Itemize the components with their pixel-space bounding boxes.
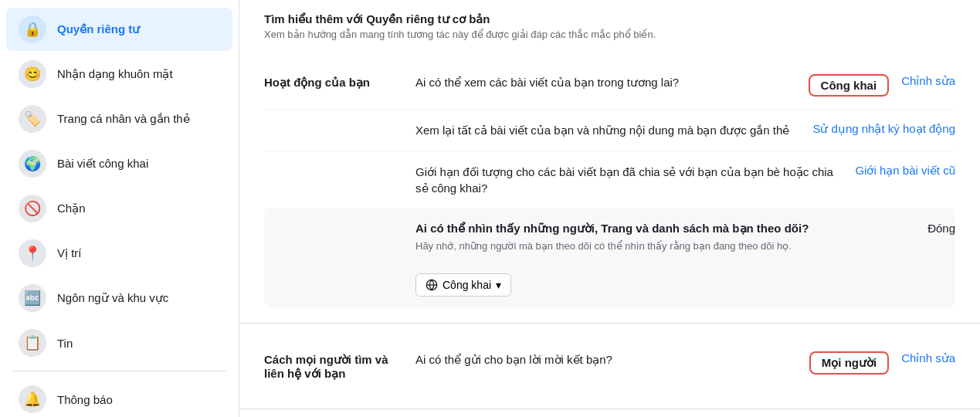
sidebar-label-quyen-rieng-tu: Quyền riêng tư [57,22,140,36]
top-row-nhat-ky-hoat-dong: Xem lại tất cả bài viết của bạn và những… [415,122,955,138]
intro-title: Tìm hiểu thêm với Quyền riêng tư cơ bản [264,12,955,26]
sidebar-icon-vi-tri: 📍 [19,239,46,267]
section-row-gioi-han-bai-viet-cu: Giới hạn đối tượng cho các bài viết bạn … [264,151,955,209]
section-label-ket-ban: Cách mọi người tìm và liên hệ với bạn [264,351,403,381]
sidebar-label-trang-ca-nhan: Trang cá nhân và gắn thẻ [57,112,190,126]
section-row-bai-viet-tuong-lai: Hoạt động của bạnAi có thể xem các bài v… [264,62,955,110]
row-text-theo-doi: Ai có thể nhìn thấy những người, Trang v… [415,220,915,253]
sections-container: Hoạt động của bạnAi có thể xem các bài v… [239,46,980,409]
sidebar-icon-quyen-rieng-tu: 🔒 [19,15,46,43]
section-row-loi-moi-ket-ban: Cách mọi người tìm và liên hệ với bạnAi … [264,339,955,393]
section-ket-ban: Cách mọi người tìm và liên hệ với bạnAi … [239,324,980,409]
sidebar-label-tin: Tin [57,337,73,350]
status-theo-doi: Đóng [927,220,955,235]
section-label-hoat-dong [264,220,403,222]
sidebar-icon-chan: 🚫 [19,195,46,222]
section-label-hoat-dong [264,164,403,165]
sidebar-label-thong-bao: Thông báo [57,393,113,406]
section-label-hoat-dong: Hoạt động của bạn [264,74,403,90]
sidebar-label-chan: Chặn [57,202,86,215]
section-label-hoat-dong [264,122,403,124]
row-content-gioi-han-bai-viet-cu: Giới hạn đối tượng cho các bài viết bạn … [415,164,955,196]
top-row-gioi-han-bai-viet-cu: Giới hạn đối tượng cho các bài viết bạn … [415,164,955,196]
sidebar-icon-trang-ca-nhan: 🏷️ [19,105,46,133]
row-text-bai-viet-tuong-lai: Ai có thể xem các bài viết của bạn trong… [415,74,796,90]
sidebar-icon-ngon-ngu: 🔤 [19,284,46,312]
top-row-bai-viet-tuong-lai: Ai có thể xem các bài viết của bạn trong… [415,74,955,97]
sidebar: 🔒Quyền riêng tư😊Nhận dạng khuôn mặt🏷️Tra… [0,0,239,417]
sidebar-icon-thong-bao: 🔔 [19,385,46,413]
sidebar-item-trang-ca-nhan[interactable]: 🏷️Trang cá nhân và gắn thẻ [6,97,232,141]
sidebar-label-ngon-ngu: Ngôn ngữ và khu vực [57,291,168,305]
dropdown-theo-doi[interactable]: Công khai▾ [415,273,511,297]
sidebar-icon-tin: 📋 [19,329,46,357]
sidebar-item-bai-viet-cong-khai[interactable]: 🌍Bài viết công khai [6,142,232,185]
sidebar-item-ngon-ngu[interactable]: 🔤Ngôn ngữ và khu vực [6,276,232,320]
row-content-loi-moi-ket-ban: Ai có thể gửi cho bạn lời mời kết bạn?Mọ… [415,351,955,375]
row-subtext-theo-doi: Hãy nhớ, những người mà bạn theo dõi có … [415,239,915,253]
sidebar-icon-nhan-dang-khuon-mat: 😊 [19,60,46,88]
sidebar-label-nhan-dang-khuon-mat: Nhận dạng khuôn mặt [57,67,173,81]
row-content-nhat-ky-hoat-dong: Xem lại tất cả bài viết của bạn và những… [415,122,955,138]
top-row-loi-moi-ket-ban: Ai có thể gửi cho bạn lời mời kết bạn?Mọ… [415,351,955,375]
section-row-nhat-ky-hoat-dong: Xem lại tất cả bài viết của bạn và những… [264,110,955,151]
sidebar-label-bai-viet-cong-khai: Bài viết công khai [57,157,148,171]
row-text-nhat-ky-hoat-dong: Xem lại tất cả bài viết của bạn và những… [415,122,800,138]
sidebar-label-vi-tri: Vị trí [57,246,82,260]
section-hoat-dong: Hoạt động của bạnAi có thể xem các bài v… [239,46,980,324]
row-text-gioi-han-bai-viet-cu: Giới hạn đối tượng cho các bài viết bạn … [415,164,843,196]
sidebar-item-thong-bao[interactable]: 🔔Thông báo [6,378,232,417]
intro-row: Tìm hiểu thêm với Quyền riêng tư cơ bản … [239,0,980,46]
dropdown-arrow-theo-doi: ▾ [496,279,501,291]
action-link-nhat-ky-hoat-dong[interactable]: Sử dụng nhật ký hoạt động [812,122,955,136]
row-content-theo-doi: Ai có thể nhìn thấy những người, Trang v… [415,220,955,297]
section-row-theo-doi: Ai có thể nhìn thấy những người, Trang v… [264,209,955,307]
main-content: Tìm hiểu thêm với Quyền riêng tư cơ bản … [239,0,980,417]
intro-subtitle: Xem bản hướng dẫn mang tính tương tác nà… [264,29,955,40]
globe-icon [426,279,438,291]
sidebar-item-vi-tri[interactable]: 📍Vị trí [6,232,232,275]
row-text-loi-moi-ket-ban: Ai có thể gửi cho bạn lời mời kết bạn? [415,351,797,368]
sidebar-item-nhan-dang-khuon-mat[interactable]: 😊Nhận dạng khuôn mặt [6,53,232,96]
sidebar-divider [12,371,226,371]
action-link-bai-viet-tuong-lai[interactable]: Chỉnh sửa [901,74,955,88]
sidebar-icon-bai-viet-cong-khai: 🌍 [19,150,46,178]
sidebar-item-quyen-rieng-tu[interactable]: 🔒Quyền riêng tư [6,8,232,51]
action-link-loi-moi-ket-ban[interactable]: Chỉnh sửa [901,351,955,365]
dropdown-label-theo-doi: Công khai [443,279,491,291]
top-row-theo-doi: Ai có thể nhìn thấy những người, Trang v… [415,220,955,253]
sidebar-item-tin[interactable]: 📋Tin [6,321,232,364]
sidebar-item-chan[interactable]: 🚫Chặn [6,187,232,230]
badge-bai-viet-tuong-lai: Công khai [809,74,890,97]
row-content-bai-viet-tuong-lai: Ai có thể xem các bài viết của bạn trong… [415,74,955,97]
action-link-gioi-han-bai-viet-cu[interactable]: Giới hạn bài viết cũ [855,164,955,178]
badge-loi-moi-ket-ban: Mọi người [809,351,889,375]
